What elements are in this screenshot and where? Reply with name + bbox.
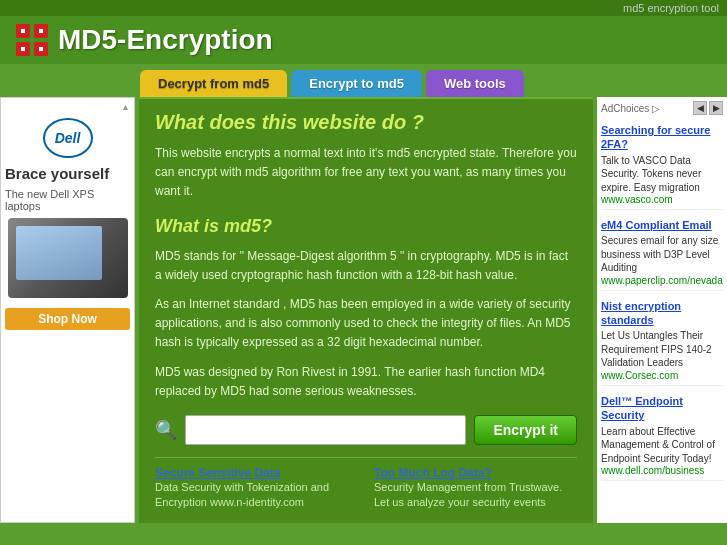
encrypt-form: 🔍 Encrypt it bbox=[155, 415, 577, 445]
shop-now-button[interactable]: Shop Now bbox=[5, 308, 130, 330]
header: MD5-Encryption bbox=[0, 16, 727, 64]
right-ad-item-3: Dell™ Endpoint Security Learn about Effe… bbox=[601, 390, 723, 481]
tab-encrypt[interactable]: Encrypt to md5 bbox=[291, 70, 422, 97]
laptop-screen bbox=[16, 226, 102, 280]
bottom-content-ads: Secure Sensitive Data Data Security with… bbox=[155, 457, 577, 511]
svg-rect-7 bbox=[39, 47, 43, 51]
encrypt-button[interactable]: Encrypt it bbox=[474, 415, 577, 445]
tab-web[interactable]: Web tools bbox=[426, 70, 524, 97]
bottom-ad-title-1[interactable]: Secure Sensitive Data bbox=[155, 466, 358, 480]
search-icon: 🔍 bbox=[155, 419, 177, 441]
site-title: MD5-Encryption bbox=[58, 24, 273, 56]
ad-choices-bar: AdChoices ▷ ◀ ▶ bbox=[601, 101, 723, 115]
encrypt-input[interactable] bbox=[185, 415, 466, 445]
right-ad-desc-2: Let Us Untangles Their Requirement FIPS … bbox=[601, 329, 723, 370]
content-body1: This website encrypts a normal text into… bbox=[155, 144, 577, 202]
right-ad-title-2[interactable]: Nist encryption standards bbox=[601, 299, 723, 328]
laptop-image bbox=[8, 218, 128, 298]
content-heading2: What is md5? bbox=[155, 216, 577, 237]
nav-arrows: ◀ ▶ bbox=[693, 101, 723, 115]
content-body2: MD5 stands for " Message-Digest algorith… bbox=[155, 247, 577, 285]
left-sidebar-ad: ▲ Dell Brace yourself The new Dell XPS l… bbox=[0, 97, 135, 523]
bottom-ad-desc-2: Security Management from Trustwave. Let … bbox=[374, 480, 577, 511]
right-ad-desc-1: Secures email for any size business with… bbox=[601, 234, 723, 275]
tab-decrypt[interactable]: Decrypt from md5 bbox=[140, 70, 287, 97]
svg-rect-6 bbox=[21, 47, 25, 51]
bottom-ad-title-2[interactable]: Too Much Log Data? bbox=[374, 466, 577, 480]
right-ad-desc-0: Talk to VASCO Data Security. Tokens neve… bbox=[601, 154, 723, 195]
right-ad-title-3[interactable]: Dell™ Endpoint Security bbox=[601, 394, 723, 423]
logo-icon bbox=[16, 24, 48, 56]
right-ad-url-2: www.Corsec.com bbox=[601, 370, 723, 381]
svg-rect-4 bbox=[21, 29, 25, 33]
dell-logo-area: Dell bbox=[5, 118, 130, 158]
ad-badge: ▲ bbox=[5, 102, 130, 112]
ad-heading: Brace yourself bbox=[5, 164, 130, 184]
next-arrow[interactable]: ▶ bbox=[709, 101, 723, 115]
main-layout: ▲ Dell Brace yourself The new Dell XPS l… bbox=[0, 97, 727, 523]
top-bar-label: md5 encryption tool bbox=[623, 2, 719, 14]
right-ad-title-0[interactable]: Searching for secure 2FA? bbox=[601, 123, 723, 152]
content-body3: As an Internet standard , MD5 has been e… bbox=[155, 295, 577, 353]
right-ad-url-3: www.dell.com/business bbox=[601, 465, 723, 476]
ad-subtext: The new Dell XPS laptops bbox=[5, 188, 130, 212]
top-bar: md5 encryption tool bbox=[0, 0, 727, 16]
bottom-ad-col-2: Too Much Log Data? Security Management f… bbox=[374, 466, 577, 511]
bottom-ad-desc-1: Data Security with Tokenization and Encr… bbox=[155, 480, 358, 511]
right-ad-url-0: www.vasco.com bbox=[601, 194, 723, 205]
right-sidebar: AdChoices ▷ ◀ ▶ Searching for secure 2FA… bbox=[597, 97, 727, 523]
nav-tabs: Decrypt from md5 Encrypt to md5 Web tool… bbox=[0, 64, 727, 97]
bottom-ad-col-1: Secure Sensitive Data Data Security with… bbox=[155, 466, 358, 511]
svg-rect-5 bbox=[39, 29, 43, 33]
content-area: What does this website do ? This website… bbox=[139, 97, 593, 523]
right-ad-url-1: www.paperclip.com/nevada bbox=[601, 275, 723, 286]
right-ad-item-0: Searching for secure 2FA? Talk to VASCO … bbox=[601, 119, 723, 210]
right-ad-desc-3: Learn about Effective Management & Contr… bbox=[601, 425, 723, 466]
dell-logo: Dell bbox=[43, 118, 93, 158]
content-body4: MD5 was designed by Ron Rivest in 1991. … bbox=[155, 363, 577, 401]
content-heading1: What does this website do ? bbox=[155, 111, 577, 134]
right-ad-title-1[interactable]: eM4 Compliant Email bbox=[601, 218, 723, 232]
ad-choices-label: AdChoices ▷ bbox=[601, 103, 660, 114]
right-ad-item-1: eM4 Compliant Email Secures email for an… bbox=[601, 214, 723, 291]
right-ad-item-2: Nist encryption standards Let Us Untangl… bbox=[601, 295, 723, 386]
prev-arrow[interactable]: ◀ bbox=[693, 101, 707, 115]
